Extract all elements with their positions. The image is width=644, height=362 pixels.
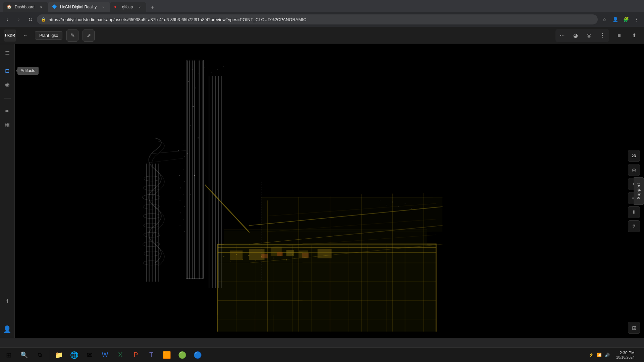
- svg-point-13: [187, 153, 188, 154]
- taskbar-powerpoint[interactable]: P: [128, 348, 143, 362]
- taskbar-taskview-button[interactable]: ⧉: [32, 348, 47, 362]
- svg-rect-3: [190, 60, 190, 279]
- filter-button[interactable]: ≡: [613, 29, 625, 42]
- more-icon: ⋮: [600, 32, 605, 39]
- svg-rect-83: [261, 197, 443, 197]
- tab-label-hxgn: HxGN Digital Reality: [60, 5, 97, 9]
- viewport[interactable]: 2D ◎ ✦ + ⬇ ?: [15, 44, 644, 338]
- tab-favicon-gifcap: ●: [114, 4, 119, 10]
- address-bar[interactable]: 🔒 https://realitycloudstudio.hxdr.app/as…: [37, 14, 598, 24]
- sidebar-item-annotation[interactable]: ✒: [1, 105, 13, 117]
- taskbar-corner[interactable]: [638, 348, 643, 362]
- extensions-icon[interactable]: 🧩: [621, 15, 631, 24]
- back-button[interactable]: ←: [20, 30, 31, 41]
- svg-rect-24: [149, 164, 150, 282]
- svg-point-10: [193, 106, 194, 107]
- sphere-view-button[interactable]: ◕: [570, 29, 582, 42]
- sidebar-item-menu[interactable]: ☰: [1, 47, 13, 59]
- taskbar-clock[interactable]: 2:30 PM 10/16/2024: [613, 351, 637, 359]
- profile-icon[interactable]: 👤: [610, 15, 620, 24]
- svg-rect-6: [199, 60, 200, 279]
- edit-button[interactable]: ✎: [66, 29, 78, 42]
- taskbar-mail[interactable]: ✉: [82, 348, 97, 362]
- support-tab[interactable]: Support: [634, 177, 644, 205]
- taskbar-systray: ⚡ 📶 🔊: [586, 352, 613, 358]
- svg-point-95: [180, 163, 180, 163]
- forward-nav-button[interactable]: ›: [14, 15, 23, 24]
- svg-point-114: [386, 205, 386, 205]
- taskbar-teams[interactable]: T: [144, 348, 159, 362]
- download-button[interactable]: ⬇: [628, 206, 640, 218]
- camera-view-button[interactable]: ◎: [583, 29, 595, 42]
- tab-hxgn[interactable]: 🔷 HxGN Digital Reality ×: [48, 2, 110, 12]
- table-view-button[interactable]: ⊞: [628, 322, 640, 334]
- table-icon: ⊞: [632, 325, 636, 331]
- sidebar-item-artifacts[interactable]: ⊡ Artifacts: [1, 65, 13, 77]
- tab-close-gifcap[interactable]: ×: [137, 4, 142, 10]
- taskbar-orange-app[interactable]: 🟧: [159, 348, 174, 362]
- svg-rect-59: [230, 250, 243, 260]
- points-view-button[interactable]: ⋯: [556, 29, 568, 42]
- svg-point-107: [192, 69, 193, 70]
- 2d-toggle-button[interactable]: 2D: [628, 150, 640, 162]
- svg-rect-17: [209, 76, 209, 288]
- taskbar-excel[interactable]: X: [113, 348, 128, 362]
- svg-point-106: [184, 231, 185, 232]
- svg-point-103: [180, 213, 181, 213]
- taskbar-edge[interactable]: 🌐: [67, 348, 82, 362]
- svg-rect-23: [146, 164, 147, 282]
- tab-close-hxgn[interactable]: ×: [101, 4, 106, 10]
- excel-icon: X: [118, 351, 122, 359]
- windows-icon: ⊞: [6, 351, 12, 359]
- taskbar-word[interactable]: W: [98, 348, 112, 362]
- tab-label-gifcap: gifcap: [122, 5, 133, 9]
- taskbar-green-app[interactable]: 🟢: [175, 348, 190, 362]
- tab-gifcap[interactable]: ● gifcap ×: [110, 2, 146, 12]
- svg-point-72: [248, 255, 249, 256]
- sidebar-item-globe[interactable]: ◉: [1, 78, 13, 90]
- svg-point-116: [398, 206, 399, 207]
- clock-date: 10/16/2024: [616, 355, 635, 359]
- tab-label-dashboard: Dashboard: [15, 5, 35, 9]
- ruler-icon: —: [4, 94, 10, 102]
- word-icon: W: [102, 351, 108, 359]
- tab-close-dashboard[interactable]: ×: [39, 4, 44, 10]
- sidebar-item-data[interactable]: ▦: [1, 118, 13, 130]
- new-tab-button[interactable]: +: [148, 3, 157, 12]
- back-nav-button[interactable]: ‹: [3, 15, 12, 24]
- svg-point-91: [180, 138, 180, 138]
- taskbar: ⊞ 🔍 ⧉ 📁 🌐 ✉ W X P T 🟧: [0, 347, 644, 362]
- sidebar-item-info[interactable]: ℹ: [1, 295, 13, 307]
- globe-icon: ◉: [5, 81, 10, 87]
- location-icon: ◎: [632, 167, 636, 173]
- svg-point-77: [280, 255, 280, 256]
- svg-point-99: [180, 188, 181, 188]
- header-right-tools: ≡ ⬆: [613, 29, 640, 42]
- network-icon: 📶: [597, 352, 602, 358]
- refresh-button[interactable]: ↻: [25, 15, 35, 24]
- help-button[interactable]: ?: [628, 220, 640, 232]
- url-text: https://realitycloudstudio.hxdr.app/asse…: [49, 17, 594, 22]
- start-button[interactable]: ⊞: [1, 348, 16, 362]
- tab-dashboard[interactable]: 🏠 Dashboard ×: [3, 2, 48, 12]
- share-button[interactable]: ⇗: [83, 29, 95, 42]
- browser-settings-icon[interactable]: ⋮: [632, 15, 641, 24]
- bookmark-icon[interactable]: ☆: [600, 15, 609, 24]
- upload-button[interactable]: ⬆: [628, 29, 640, 42]
- svg-rect-5: [194, 60, 195, 279]
- taskbar-search-button[interactable]: 🔍: [17, 348, 32, 362]
- taskbar-file-explorer[interactable]: 📁: [51, 348, 66, 362]
- svg-point-97: [179, 175, 180, 176]
- more-view-button[interactable]: ⋮: [596, 29, 608, 42]
- taskbar-blue-app[interactable]: 🔵: [190, 348, 205, 362]
- taskbar-divider-1: [49, 350, 49, 360]
- svg-point-104: [183, 219, 184, 219]
- sidebar-item-user[interactable]: 👤: [1, 323, 13, 335]
- svg-point-113: [380, 200, 380, 201]
- location-button[interactable]: ◎: [628, 164, 640, 176]
- svg-rect-65: [261, 253, 268, 258]
- sidebar-divider-1: [3, 62, 11, 62]
- camera-icon: ◎: [587, 32, 591, 39]
- svg-point-9: [195, 88, 196, 88]
- sidebar-item-ruler[interactable]: —: [1, 92, 13, 104]
